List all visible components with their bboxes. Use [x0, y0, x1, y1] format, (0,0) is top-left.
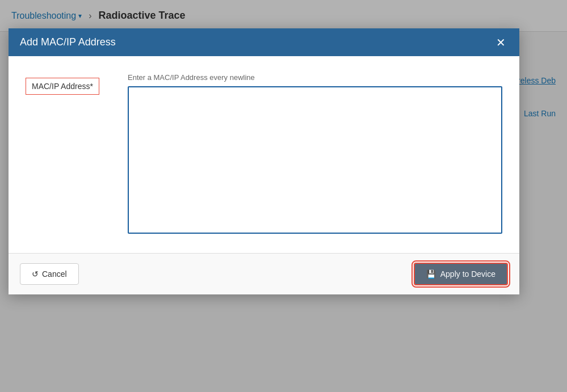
field-label-container: MAC/IP Address* [26, 73, 116, 95]
mac-ip-field-label: MAC/IP Address* [26, 78, 99, 95]
modal-overlay: Add MAC/IP Address ✕ MAC/IP Address* Ent… [0, 0, 567, 392]
undo-icon: ↺ [32, 269, 39, 279]
modal-header: Add MAC/IP Address ✕ [9, 28, 519, 56]
modal-title: Add MAC/IP Address [20, 36, 116, 48]
cancel-label: Cancel [42, 269, 67, 279]
mac-ip-textarea[interactable] [128, 86, 502, 234]
modal-close-button[interactable]: ✕ [494, 37, 508, 48]
apply-label: Apply to Device [440, 269, 495, 279]
modal-body: MAC/IP Address* Enter a MAC/IP Address e… [9, 56, 519, 253]
add-mac-ip-modal: Add MAC/IP Address ✕ MAC/IP Address* Ent… [9, 28, 519, 294]
modal-footer: ↺ Cancel 💾 Apply to Device [9, 253, 519, 294]
cancel-button[interactable]: ↺ Cancel [20, 263, 79, 285]
apply-to-device-button[interactable]: 💾 Apply to Device [414, 263, 508, 285]
field-input-container: Enter a MAC/IP Address every newline [128, 73, 502, 236]
textarea-hint: Enter a MAC/IP Address every newline [128, 73, 502, 82]
floppy-icon: 💾 [426, 269, 436, 279]
